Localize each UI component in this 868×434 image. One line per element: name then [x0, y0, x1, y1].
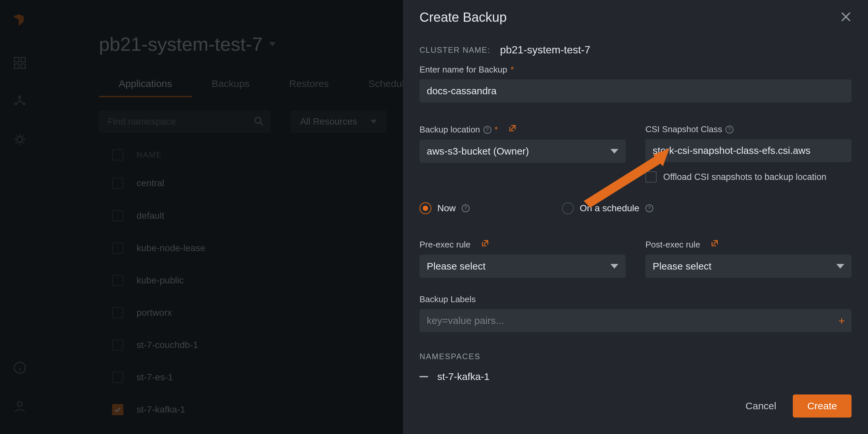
close-icon[interactable] — [840, 11, 851, 24]
backup-name-label: Enter name for Backup* — [420, 65, 851, 75]
cluster-name-value: pb21-system-test-7 — [500, 44, 590, 56]
csi-snapshot-select[interactable]: stork-csi-snapshot-class-efs.csi.aws — [645, 139, 851, 162]
help-icon[interactable]: ? — [725, 126, 734, 133]
backup-location-select[interactable]: aws-s3-bucket (Owner) — [420, 140, 626, 163]
create-button[interactable]: Create — [793, 395, 851, 418]
offload-label: Offload CSI snapshots to backup location — [663, 172, 827, 182]
schedule-later-radio[interactable]: On a schedule ? — [562, 202, 653, 214]
help-icon[interactable]: ? — [484, 126, 491, 134]
external-link-icon[interactable] — [710, 239, 719, 250]
cluster-name-label: CLUSTER NAME: — [420, 45, 490, 55]
backup-labels-input[interactable] — [427, 315, 844, 326]
schedule-now-radio[interactable]: Now ? — [420, 202, 470, 214]
namespace-item: st-7-kafka-1 — [420, 371, 851, 382]
chevron-down-icon — [611, 264, 618, 269]
create-backup-drawer: Create Backup CLUSTER NAME: pb21-system-… — [403, 0, 868, 434]
external-link-icon[interactable] — [480, 239, 489, 250]
backup-labels-input-wrap: + — [420, 309, 851, 332]
external-link-icon[interactable] — [508, 124, 517, 135]
help-icon[interactable]: ? — [645, 204, 653, 212]
namespaces-header: NAMESPACES — [420, 352, 851, 361]
pre-exec-select[interactable]: Please select — [420, 255, 626, 278]
chevron-down-icon — [836, 264, 844, 269]
help-icon[interactable]: ? — [462, 204, 470, 212]
csi-snapshot-label: CSI Snapshot Class ? — [645, 124, 851, 134]
backup-name-input[interactable] — [427, 85, 844, 97]
drawer-title: Create Backup — [420, 10, 507, 25]
offload-checkbox[interactable] — [645, 171, 657, 182]
cancel-button[interactable]: Cancel — [746, 400, 776, 411]
backup-location-label: Backup location ?* — [420, 124, 626, 135]
chevron-down-icon — [611, 149, 618, 154]
pre-exec-label: Pre-exec rule — [420, 239, 626, 250]
backup-name-input-wrap — [420, 79, 851, 102]
post-exec-label: Post-exec rule — [645, 239, 851, 250]
remove-namespace-icon[interactable] — [420, 376, 428, 377]
add-label-icon[interactable]: + — [838, 314, 845, 327]
namespace-name: st-7-kafka-1 — [437, 371, 489, 382]
backup-labels-label: Backup Labels — [420, 294, 851, 304]
post-exec-select[interactable]: Please select — [645, 255, 851, 278]
